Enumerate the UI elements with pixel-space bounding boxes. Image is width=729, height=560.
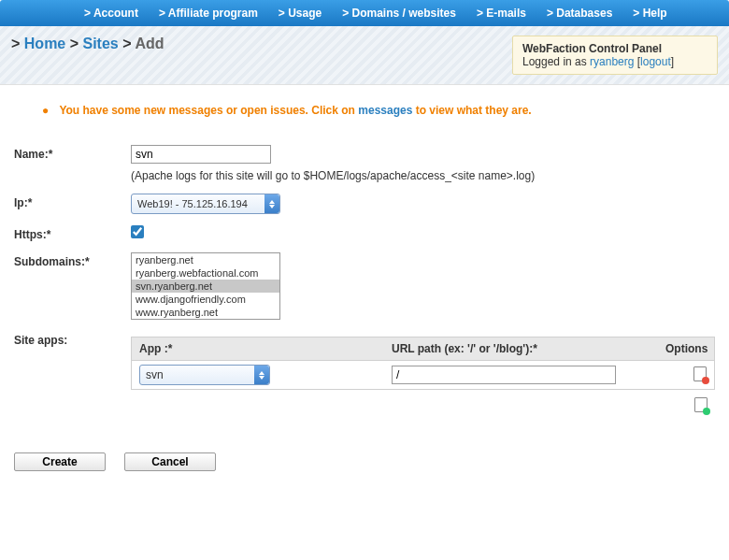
col-head-url: URL path (ex: '/' or '/blog'):* <box>384 337 658 360</box>
label-subdomains: Subdomains:* <box>14 252 131 268</box>
list-item[interactable]: svn.ryanberg.net <box>132 280 279 293</box>
nav-domains[interactable]: > Domains / websites <box>342 7 456 20</box>
app-select[interactable]: svn <box>139 365 270 385</box>
label-siteapps: Site apps: <box>14 331 131 347</box>
list-item[interactable]: www.ryanberg.net <box>132 306 279 319</box>
add-row-icon[interactable] <box>694 397 708 412</box>
breadcrumb-add: Add <box>135 36 164 51</box>
breadcrumb-sites[interactable]: Sites <box>83 36 119 51</box>
dropdown-arrows-icon <box>254 366 269 384</box>
login-user[interactable]: ryanberg <box>590 55 634 68</box>
url-input[interactable] <box>392 366 616 384</box>
col-head-app: App :* <box>132 337 384 360</box>
nav-databases[interactable]: > Databases <box>547 7 612 20</box>
notice-post: to view what they are. <box>412 104 531 117</box>
name-hint: (Apache logs for this site will go to $H… <box>131 169 715 182</box>
ip-value: Web19! - 75.125.16.194 <box>137 198 248 209</box>
bullet-icon: ● <box>42 104 49 117</box>
list-item[interactable]: ryanberg.webfactional.com <box>132 266 279 280</box>
label-name: Name:* <box>14 145 131 161</box>
name-input[interactable] <box>131 145 271 164</box>
top-nav: > Account > Affiliate program > Usage > … <box>0 0 729 26</box>
nav-emails[interactable]: > E-mails <box>477 7 526 20</box>
subdomains-listbox[interactable]: ryanberg.net ryanberg.webfactional.com s… <box>131 252 280 320</box>
login-prefix: Logged in as <box>522 55 590 68</box>
notice-pre: You have some new messages or open issue… <box>59 104 358 117</box>
app-value: svn <box>146 368 164 381</box>
dropdown-arrows-icon <box>264 194 279 213</box>
https-checkbox[interactable] <box>131 225 144 238</box>
breadcrumb-home[interactable]: Home <box>24 36 65 51</box>
logout-link[interactable]: logout <box>640 55 671 68</box>
apps-row: svn <box>131 360 715 390</box>
notice: ● You have some new messages or open iss… <box>42 104 715 117</box>
breadcrumb: > Home > Sites > Add <box>11 36 164 52</box>
login-title: WebFaction Control Panel <box>522 42 708 55</box>
list-item[interactable]: ryanberg.net <box>132 253 279 266</box>
cancel-button[interactable]: Cancel <box>124 452 216 471</box>
header-bar: > Home > Sites > Add WebFaction Control … <box>0 26 729 85</box>
list-item[interactable]: www.djangofriendly.com <box>132 293 279 306</box>
nav-help[interactable]: > Help <box>633 7 666 20</box>
create-button[interactable]: Create <box>14 452 106 471</box>
nav-affiliate[interactable]: > Affiliate program <box>159 7 258 20</box>
ip-select[interactable]: Web19! - 75.125.16.194 <box>131 194 280 214</box>
remove-row-icon[interactable] <box>693 366 707 381</box>
nav-usage[interactable]: > Usage <box>279 7 322 20</box>
label-ip: Ip:* <box>14 194 131 209</box>
apps-header: App :* URL path (ex: '/' or '/blog'):* O… <box>131 337 715 360</box>
label-https: Https:* <box>14 225 131 241</box>
nav-account[interactable]: > Account <box>84 7 138 20</box>
col-head-options: Options <box>658 337 714 360</box>
notice-messages-link[interactable]: messages <box>358 104 412 117</box>
login-box: WebFaction Control Panel Logged in as ry… <box>512 36 718 75</box>
